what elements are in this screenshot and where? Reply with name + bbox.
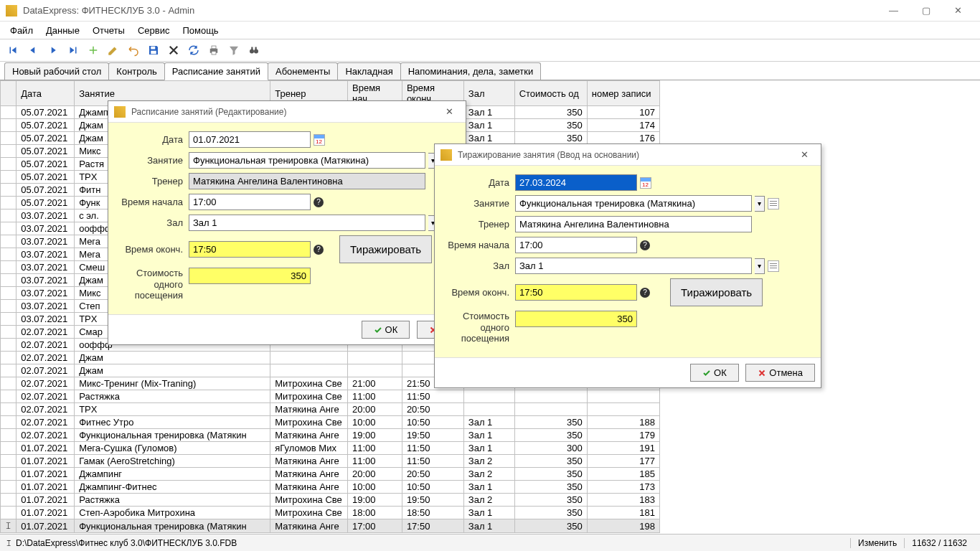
column-header[interactable]: номер записи (587, 81, 659, 106)
label-hall: Зал (117, 217, 189, 228)
add-icon[interactable] (85, 42, 102, 59)
tab-subscriptions[interactable]: Абонементы (268, 62, 338, 80)
binoculars-icon[interactable] (245, 42, 263, 59)
next-record-icon[interactable] (44, 42, 62, 59)
tab-invoice[interactable]: Накладная (337, 62, 400, 80)
input-hall[interactable] (515, 258, 752, 274)
tab-desktop[interactable]: Новый рабочий стол (4, 62, 109, 80)
tab-notes[interactable]: Напоминания, дела, заметки (400, 62, 541, 80)
dropdown-icon[interactable]: ▾ (755, 196, 765, 212)
help-icon[interactable]: ? (314, 245, 324, 255)
table-row[interactable]: 01.07.2021Степ-Аэробика МитрохинаМитрохи… (1, 507, 660, 519)
input-start[interactable] (189, 194, 311, 210)
menu-file[interactable]: Файл (4, 24, 39, 37)
dialog2-close-icon[interactable]: ✕ (793, 144, 815, 166)
svg-rect-3 (212, 52, 216, 55)
replicate-button[interactable]: Тиражировать (670, 278, 763, 306)
app-icon (6, 5, 17, 17)
table-row[interactable]: 01.07.2021Джампинг-ФитнесМатякина Анге10… (1, 481, 660, 494)
table-row[interactable]: 02.07.2021TPXМатякина Анге20:0020:50 (1, 403, 660, 416)
first-record-icon[interactable] (4, 42, 22, 59)
menu-service[interactable]: Сервис (132, 24, 176, 37)
status-bar: 𝙸 D:\DataExpress\Фитнес клуб 3.0\ФИТНЕСК… (0, 534, 980, 551)
edit-marker-icon: 𝙸 (6, 538, 11, 548)
close-button[interactable]: ✕ (942, 0, 974, 22)
delete-icon[interactable] (165, 42, 182, 59)
help-icon[interactable]: ? (640, 288, 650, 298)
table-row[interactable]: 𝙸01.07.2021Функциональная тренировка (Ма… (1, 519, 660, 533)
prev-record-icon[interactable] (24, 42, 42, 59)
table-row[interactable]: 02.07.2021Фитнес УтроМитрохина Све10:001… (1, 416, 660, 429)
dialog-icon (440, 149, 452, 161)
input-cost[interactable] (515, 311, 637, 327)
input-date[interactable] (515, 174, 637, 191)
input-date[interactable] (189, 131, 311, 148)
calendar-icon[interactable] (314, 134, 325, 146)
table-row[interactable]: 01.07.2021Гамак (AeroStretching)Матякина… (1, 455, 660, 468)
table-row[interactable]: 02.07.2021РастяжкаМитрохина Све11:0011:5… (1, 390, 660, 403)
list-icon[interactable] (768, 260, 779, 272)
input-lesson[interactable] (189, 152, 425, 169)
save-icon[interactable] (145, 42, 162, 59)
label-cost: Стоимость одного посещения (117, 268, 189, 301)
window-title: DataExpress: ФИТНЕСКЛУБ 3.0 - Admin (23, 5, 877, 16)
toolbar (0, 39, 980, 62)
undo-icon[interactable] (125, 42, 142, 59)
svg-rect-0 (151, 47, 155, 50)
tab-bar: Новый рабочий стол Контроль Расписание з… (0, 62, 980, 80)
input-start[interactable] (515, 237, 637, 253)
help-icon[interactable]: ? (314, 197, 324, 207)
dialog2-ok-button[interactable]: ОК (690, 364, 739, 382)
menu-data[interactable]: Данные (40, 24, 85, 37)
dialog-edit-schedule: Расписание занятий (Редактирование) ✕ Да… (108, 100, 466, 345)
title-bar: DataExpress: ФИТНЕСКЛУБ 3.0 - Admin — ▢ … (0, 0, 980, 22)
print-icon[interactable] (205, 42, 222, 59)
input-end[interactable] (515, 284, 637, 301)
svg-rect-2 (212, 46, 216, 49)
tab-control[interactable]: Контроль (108, 62, 164, 80)
dialog2-title: Тиражирование занятия (Ввод на основании… (458, 150, 793, 160)
table-row[interactable]: 01.07.2021РастяжкаМитрохина Све19:0019:5… (1, 494, 660, 507)
last-record-icon[interactable] (65, 42, 82, 59)
label-trainer: Тренер (117, 176, 189, 187)
calendar-icon[interactable] (640, 177, 651, 189)
refresh-icon[interactable] (185, 42, 202, 59)
filter-icon[interactable] (225, 42, 242, 59)
maximize-button[interactable]: ▢ (910, 0, 942, 22)
input-cost[interactable] (189, 268, 311, 284)
tab-schedule[interactable]: Расписание занятий (164, 62, 268, 80)
label-lesson: Занятие (117, 155, 189, 166)
svg-point-5 (254, 50, 258, 54)
input-trainer[interactable] (515, 216, 752, 232)
menu-reports[interactable]: Отчеты (87, 24, 131, 37)
label-start: Время начала (443, 240, 515, 250)
column-header[interactable]: Стоимость од (514, 81, 587, 106)
table-row[interactable]: 01.07.2021ДжампингМатякина Анге20:0020:5… (1, 468, 660, 481)
column-header[interactable]: Дата (17, 81, 75, 106)
svg-point-4 (250, 50, 254, 54)
status-mode: Изменить (850, 538, 904, 548)
svg-rect-6 (251, 47, 253, 50)
input-end[interactable] (189, 241, 311, 258)
dropdown-icon[interactable]: ▾ (755, 258, 765, 274)
dialog-replicate: Тиражирование занятия (Ввод на основании… (434, 143, 821, 388)
table-row[interactable]: 02.07.2021Функциональная тренировка (Мат… (1, 429, 660, 442)
replicate-button[interactable]: Тиражировать (339, 235, 432, 263)
list-icon[interactable] (768, 198, 779, 209)
dialog1-close-icon[interactable]: ✕ (438, 101, 460, 123)
help-icon[interactable]: ? (640, 240, 650, 250)
edit-icon[interactable] (105, 42, 122, 59)
dialog2-cancel-button[interactable]: Отмена (745, 364, 815, 382)
label-end: Время оконч. (443, 287, 515, 298)
input-lesson[interactable] (515, 195, 752, 212)
label-date: Дата (117, 134, 189, 145)
label-end: Время оконч. (117, 244, 189, 255)
dialog1-ok-button[interactable]: ОК (362, 321, 410, 339)
menu-help[interactable]: Помощь (176, 24, 224, 37)
column-header[interactable]: Зал (463, 81, 514, 106)
input-hall[interactable] (189, 215, 425, 231)
label-cost: Стоимость одного посещения (443, 311, 515, 344)
minimize-button[interactable]: — (877, 0, 910, 22)
table-row[interactable]: 01.07.2021Мега-Сушка (Гуломов)яГуломов М… (1, 442, 660, 455)
label-lesson: Занятие (443, 198, 515, 209)
